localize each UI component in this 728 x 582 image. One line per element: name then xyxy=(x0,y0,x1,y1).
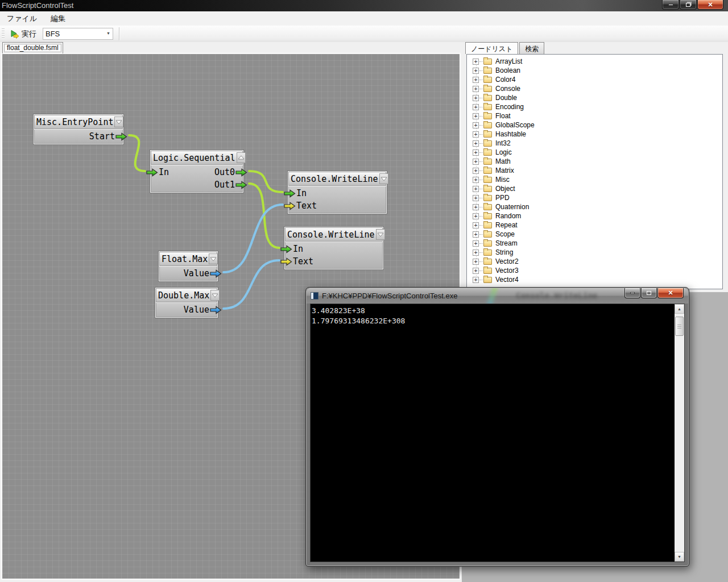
tree-item-quaternion[interactable]: +Quaternion xyxy=(467,202,722,211)
input-port[interactable] xyxy=(280,257,292,266)
node-title[interactable]: Double.Max xyxy=(156,288,217,302)
tree-item-vector2[interactable]: +Vector2 xyxy=(467,257,722,266)
console-maximize-button[interactable] xyxy=(641,288,657,298)
expand-icon[interactable]: + xyxy=(473,222,479,228)
tree-item-console[interactable]: +Console xyxy=(467,84,722,93)
scroll-down-button[interactable]: ▼ xyxy=(675,552,684,562)
tree-item-int32[interactable]: +Int32 xyxy=(467,139,722,148)
expand-icon[interactable]: + xyxy=(473,122,479,128)
restore-button[interactable] xyxy=(680,0,697,10)
tab-float-double-fsml[interactable]: float_double.fsml xyxy=(2,42,63,53)
expand-icon[interactable]: + xyxy=(473,59,479,65)
tree-item-object[interactable]: +Object xyxy=(467,184,722,193)
tree-item-hashtable[interactable]: +Hashtable xyxy=(467,130,722,139)
flow-node-entry[interactable]: Misc.EntryPoint Start xyxy=(33,114,124,145)
node-title[interactable]: Console.WriteLine xyxy=(288,172,386,186)
expand-icon[interactable]: + xyxy=(473,68,479,74)
flow-node-wl1[interactable]: Console.WriteLine In Text xyxy=(287,171,387,214)
expand-icon[interactable]: + xyxy=(473,104,479,110)
tree-item-repeat[interactable]: +Repeat xyxy=(467,221,722,230)
expand-icon[interactable]: + xyxy=(473,168,479,174)
run-button[interactable]: 実行 xyxy=(7,28,39,40)
output-port[interactable] xyxy=(235,168,247,177)
collapse-button[interactable] xyxy=(209,253,218,264)
output-port[interactable] xyxy=(235,181,247,189)
menu-item-file[interactable]: ファイル xyxy=(0,12,44,26)
output-port[interactable] xyxy=(210,306,222,314)
expand-icon[interactable]: + xyxy=(473,159,479,165)
console-scrollbar[interactable]: ▲ ▼ xyxy=(675,304,684,562)
tree-item-float[interactable]: +Float xyxy=(467,111,722,120)
expand-icon[interactable]: + xyxy=(473,231,479,238)
tree-item-scope[interactable]: +Scope xyxy=(467,230,722,239)
expand-icon[interactable]: + xyxy=(473,131,479,138)
expand-icon[interactable]: + xyxy=(473,113,479,119)
expand-icon[interactable]: + xyxy=(473,186,479,192)
expand-icon[interactable]: + xyxy=(473,177,479,183)
tree-item-string[interactable]: +String xyxy=(467,248,722,257)
expand-icon[interactable]: + xyxy=(473,268,479,274)
expand-icon[interactable]: + xyxy=(473,259,479,265)
expand-icon[interactable]: + xyxy=(473,140,479,147)
tree-item-color4[interactable]: +Color4 xyxy=(467,75,722,84)
close-button[interactable]: ✕ xyxy=(697,0,723,10)
input-port[interactable] xyxy=(284,189,296,198)
node-title[interactable]: Float.Max xyxy=(159,252,217,266)
scrollbar-thumb[interactable] xyxy=(675,317,684,336)
output-port[interactable] xyxy=(115,132,127,141)
collapse-button[interactable] xyxy=(114,117,123,127)
tab-node-list[interactable]: ノードリスト xyxy=(465,42,518,54)
expand-icon[interactable]: + xyxy=(473,213,479,219)
expand-icon[interactable]: + xyxy=(473,77,479,83)
tree-item-misc[interactable]: +Misc xyxy=(467,175,722,184)
search-mode-combobox[interactable]: BFS ▼ xyxy=(43,28,113,40)
menu-item-edit[interactable]: 編集 xyxy=(44,12,72,26)
tree-item-arraylist[interactable]: +ArrayList xyxy=(467,57,722,66)
tree-item-vector3[interactable]: +Vector3 xyxy=(467,266,722,275)
output-port[interactable] xyxy=(210,269,222,278)
node-tree[interactable]: +ArrayList+Boolean+Color4+Console+Double… xyxy=(466,54,723,289)
tree-item-logic[interactable]: +Logic xyxy=(467,148,722,157)
tree-item-ppd[interactable]: +PPD xyxy=(467,193,722,202)
flow-node-fmax[interactable]: Float.Max Value xyxy=(158,251,218,282)
tree-item-globalscope[interactable]: +GlobalScope xyxy=(467,120,722,130)
console-minimize-button[interactable] xyxy=(624,288,640,298)
input-port[interactable] xyxy=(146,168,158,177)
collapse-button[interactable] xyxy=(210,290,220,301)
tree-item-vector4[interactable]: +Vector4 xyxy=(467,275,722,284)
flow-node-dmax[interactable]: Double.Max Value xyxy=(155,287,218,318)
console-close-button[interactable]: ✕ xyxy=(657,288,684,298)
window-titlebar[interactable]: FlowScriptControlTest ✕ xyxy=(0,0,728,11)
input-port[interactable] xyxy=(284,202,296,210)
toolbar-grip[interactable] xyxy=(2,28,5,40)
expand-icon[interactable]: + xyxy=(473,277,479,283)
tree-item-stream[interactable]: +Stream xyxy=(467,239,722,248)
tree-item-math[interactable]: +Math xyxy=(467,157,722,166)
collapse-button[interactable] xyxy=(237,152,246,163)
tree-item-boolean[interactable]: +Boolean xyxy=(467,66,722,75)
console-titlebar[interactable]: F:¥KHC¥PPD¥FlowScriptControlTest.exe Con… xyxy=(307,288,688,304)
expand-icon[interactable]: + xyxy=(473,86,479,92)
tree-item-random[interactable]: +Random xyxy=(467,211,722,221)
expand-icon[interactable]: + xyxy=(473,149,479,156)
minimize-button[interactable] xyxy=(662,0,679,10)
tab-search[interactable]: 検索 xyxy=(519,42,544,54)
expand-icon[interactable]: + xyxy=(473,240,479,247)
expand-icon[interactable]: + xyxy=(473,204,479,210)
input-port[interactable] xyxy=(280,245,292,253)
node-title[interactable]: Logic.Sequential xyxy=(151,151,243,165)
flow-node-wl2[interactable]: Console.WriteLine In Text xyxy=(284,226,384,270)
scroll-up-button[interactable]: ▲ xyxy=(675,304,684,314)
console-window[interactable]: F:¥KHC¥PPD¥FlowScriptControlTest.exe Con… xyxy=(305,287,689,567)
collapse-button[interactable] xyxy=(376,229,385,240)
expand-icon[interactable]: + xyxy=(473,95,479,101)
expand-icon[interactable]: + xyxy=(473,195,479,201)
node-title[interactable]: Console.WriteLine xyxy=(285,227,383,242)
tree-item-encoding[interactable]: +Encoding xyxy=(467,102,722,111)
collapse-button[interactable] xyxy=(379,173,388,184)
flow-node-seq[interactable]: Logic.Sequential InOut0 Out1 xyxy=(150,149,244,193)
tree-item-double[interactable]: +Double xyxy=(467,93,722,102)
expand-icon[interactable]: + xyxy=(473,250,479,256)
tree-item-matrix[interactable]: +Matrix xyxy=(467,166,722,175)
node-title[interactable]: Misc.EntryPoint xyxy=(34,115,123,129)
